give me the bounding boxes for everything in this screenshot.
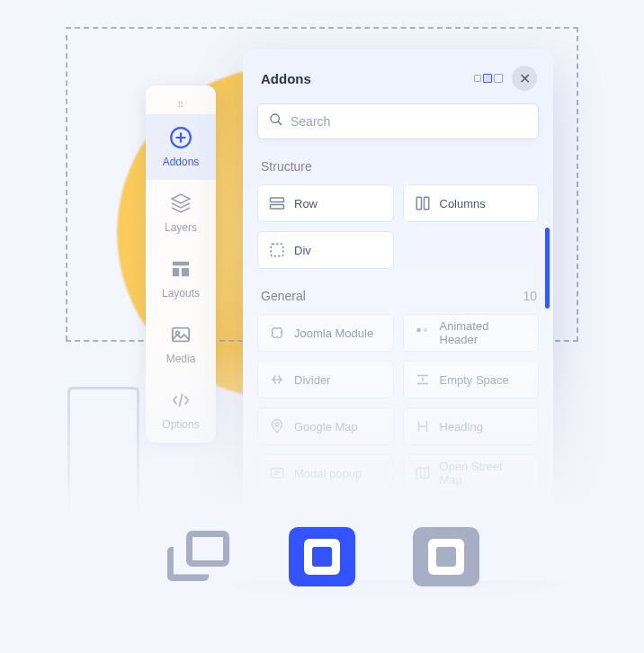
close-icon: ✕ [519,70,531,87]
card-animated-header[interactable]: Animated Header [403,314,540,352]
structure-grid: Row Columns Div [257,184,539,269]
layout-mode-switcher [474,74,503,83]
footer-icons [0,527,644,586]
card-label: Modal popup [294,467,362,480]
joomla-icon [269,325,285,341]
sidebar: ⠿ Addons Layers Layouts Media Options [146,85,216,443]
svg-point-13 [424,329,426,332]
addons-panel: Addons ✕ Structure Row [243,49,553,526]
layout-mode-medium-icon[interactable] [483,74,492,83]
sidebar-item-label: Options [162,418,199,431]
options-icon [169,389,192,412]
stack-front-icon [186,531,229,567]
scrollbar[interactable] [545,228,550,309]
card-joomla-module[interactable]: Joomla Module [257,314,394,352]
code-icon [415,512,431,526]
svg-rect-8 [271,205,284,210]
close-button[interactable]: ✕ [512,66,537,91]
card-label: Columns [440,197,486,210]
panel-title: Addons [261,71,311,86]
general-grid: Joomla Module Animated Header Divider Em… [257,314,539,526]
card-label: Div [294,244,311,257]
heading-icon [415,418,431,434]
map-pin-icon [269,418,285,434]
modal-icon [269,465,285,481]
card-raw-html[interactable]: Raw HTML [403,501,540,526]
card-div[interactable]: Div [257,231,394,269]
svg-rect-2 [173,268,179,276]
sidebar-item-media[interactable]: Media [146,311,216,377]
sidebar-item-options[interactable]: Options [146,377,216,443]
svg-rect-16 [271,515,283,525]
card-row[interactable]: Row [257,184,394,222]
search-box[interactable] [257,103,539,139]
card-divider[interactable]: Divider [257,361,394,398]
search-icon [269,112,283,130]
card-label: Empty Space [440,373,509,387]
card-label: Animated Header [440,319,528,346]
svg-rect-7 [271,198,284,202]
card-label: Google Map [294,420,358,434]
osm-icon [415,465,431,481]
animated-header-icon [415,325,431,341]
card-columns[interactable]: Columns [403,184,540,222]
sidebar-item-label: Media [166,353,196,365]
decor-dashed-box-left [66,35,67,341]
divider-icon [269,371,285,388]
svg-rect-9 [416,197,421,210]
card-label: Divider [294,373,330,387]
svg-point-14 [275,423,279,426]
card-label: Row [294,197,318,210]
card-heading[interactable]: Heading [403,407,540,445]
empty-space-icon [415,371,431,388]
layout-mode-full-icon[interactable] [494,74,503,83]
sidebar-item-label: Layers [165,221,197,234]
search-input[interactable] [291,114,527,129]
sidebar-item-label: Addons [163,156,200,168]
footer-stack-icon[interactable] [165,527,231,586]
card-empty-space[interactable]: Empty Space [403,361,540,398]
layout-mode-compact-icon[interactable] [474,75,481,82]
layouts-icon [169,257,192,281]
sidebar-item-label: Layouts [162,287,200,300]
svg-rect-15 [271,469,283,479]
card-label: Joomla Module [294,326,373,340]
drag-handle-icon[interactable]: ⠿ [146,94,216,114]
section-structure-header: Structure [261,159,537,174]
div-icon [269,242,285,258]
svg-rect-3 [182,268,189,276]
section-label: Structure [261,159,312,174]
layers-icon [169,192,192,215]
svg-point-12 [416,328,421,333]
card-open-street-map[interactable]: Open Street Map [403,454,540,492]
sidebar-item-addons[interactable]: Addons [146,114,216,180]
card-google-map[interactable]: Google Map [257,407,394,445]
svg-rect-10 [424,197,428,210]
card-modal-popup[interactable]: Modal popup [257,454,394,492]
row-icon [269,195,285,211]
card-label: Heading [440,420,483,434]
section-count: 10 [523,289,537,303]
panel-header-actions: ✕ [474,66,537,91]
card-optin-form[interactable]: Opt-in Form [257,501,394,526]
optin-icon [269,512,285,526]
columns-icon [415,195,431,211]
footer-square-icon[interactable] [413,527,479,586]
panel-header: Addons ✕ [257,64,539,103]
card-label: Raw HTML [440,514,498,527]
svg-rect-1 [173,262,189,266]
card-label: Open Street Map [440,460,528,487]
svg-rect-4 [173,328,189,342]
card-label: Opt-in Form [294,514,356,527]
footer-square-active-icon[interactable] [289,527,355,586]
section-label: General [261,289,306,303]
sidebar-item-layers[interactable]: Layers [146,180,216,246]
svg-rect-11 [271,244,283,256]
section-general-header: General 10 [261,289,537,303]
sidebar-item-layouts[interactable]: Layouts [146,246,216,311]
media-icon [169,323,192,346]
decor-rect [67,387,139,522]
plus-circle-icon [169,126,192,149]
svg-point-6 [271,114,279,122]
